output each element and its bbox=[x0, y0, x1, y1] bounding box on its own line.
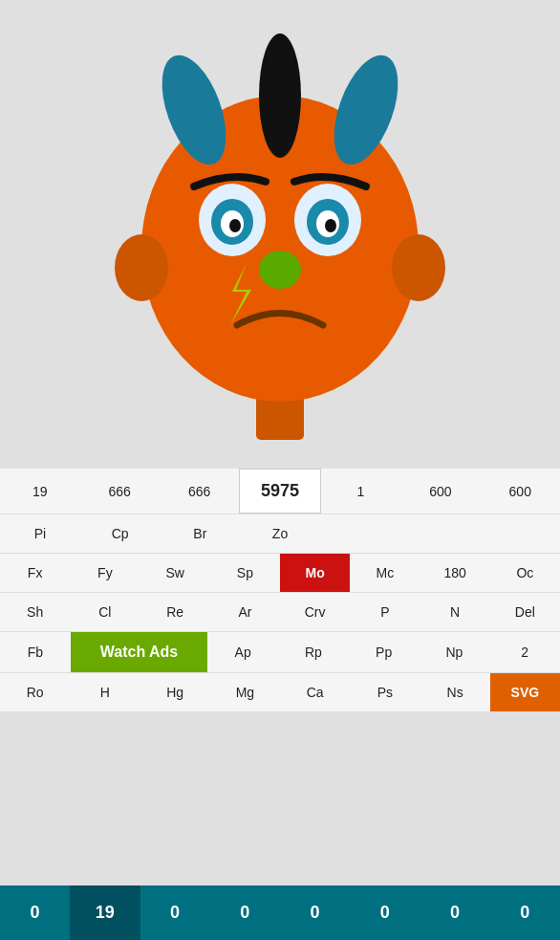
cell-p[interactable]: P bbox=[350, 593, 420, 631]
svg-point-12 bbox=[229, 219, 241, 232]
svg-point-14 bbox=[325, 219, 336, 232]
watch-ads-button[interactable]: Watch Ads bbox=[71, 632, 208, 672]
score-cell-5975[interactable]: 5975 bbox=[239, 469, 320, 514]
row-fb: Fb Watch Ads Ap Rp Pp Np 2 bbox=[0, 632, 560, 673]
bottom-cell-0c[interactable]: 0 bbox=[210, 885, 280, 940]
cell-n[interactable]: N bbox=[420, 593, 490, 631]
score-cell-600a[interactable]: 600 bbox=[400, 472, 480, 511]
cell-mg[interactable]: Mg bbox=[210, 673, 280, 711]
cell-hg[interactable]: Hg bbox=[140, 673, 210, 711]
cell-svg[interactable]: SVG bbox=[490, 673, 560, 711]
cell-mo[interactable]: Mo bbox=[280, 554, 350, 592]
scores-row: 19 666 666 5975 1 600 600 bbox=[0, 469, 560, 514]
row-fx: Fx Fy Sw Sp Mo Mc 180 Oc bbox=[0, 554, 560, 593]
row-sh: Sh Cl Re Ar Crv P N Del bbox=[0, 593, 560, 632]
cell-del[interactable]: Del bbox=[490, 593, 560, 631]
bottom-row: 0 19 0 0 0 0 0 0 bbox=[0, 885, 560, 940]
cell-br[interactable]: Br bbox=[160, 514, 240, 553]
cell-mc[interactable]: Mc bbox=[350, 554, 420, 592]
cell-re[interactable]: Re bbox=[140, 593, 210, 631]
cell-sh[interactable]: Sh bbox=[0, 593, 70, 631]
svg-point-2 bbox=[115, 234, 168, 301]
cell-oc[interactable]: Oc bbox=[490, 554, 560, 592]
svg-point-15 bbox=[259, 251, 301, 289]
cell-cl[interactable]: Cl bbox=[70, 593, 140, 631]
row-ro: Ro H Hg Mg Ca Ps Ns SVG bbox=[0, 673, 560, 712]
cell-ap[interactable]: Ap bbox=[207, 633, 278, 671]
cell-fy[interactable]: Fy bbox=[70, 554, 140, 592]
cell-pp[interactable]: Pp bbox=[349, 633, 420, 671]
cell-np[interactable]: Np bbox=[420, 633, 490, 671]
character-area bbox=[0, 0, 560, 469]
cell-sw[interactable]: Sw bbox=[140, 554, 210, 592]
row-pi: Pi Cp Br Zo bbox=[0, 514, 560, 554]
cell-2[interactable]: 2 bbox=[489, 633, 560, 671]
svg-point-3 bbox=[392, 234, 445, 301]
bottom-cell-0d[interactable]: 0 bbox=[280, 885, 350, 940]
cell-ns[interactable]: Ns bbox=[420, 673, 490, 711]
score-cell-600b[interactable]: 600 bbox=[481, 472, 560, 511]
bottom-cell-0f[interactable]: 0 bbox=[420, 885, 490, 940]
score-cell-666a[interactable]: 666 bbox=[79, 472, 159, 511]
grid-area: 19 666 666 5975 1 600 600 Pi Cp Br Zo Fx… bbox=[0, 469, 560, 712]
bottom-cell-0g[interactable]: 0 bbox=[490, 885, 560, 940]
cell-ps[interactable]: Ps bbox=[350, 673, 420, 711]
bottom-cell-19[interactable]: 19 bbox=[70, 885, 140, 940]
cell-rp[interactable]: Rp bbox=[278, 633, 349, 671]
cell-empty3 bbox=[480, 522, 560, 545]
cell-ca[interactable]: Ca bbox=[280, 673, 350, 711]
bottom-cell-0e[interactable]: 0 bbox=[350, 885, 420, 940]
cell-cp[interactable]: Cp bbox=[80, 514, 161, 553]
cell-h[interactable]: H bbox=[70, 673, 140, 711]
cell-zo[interactable]: Zo bbox=[240, 514, 320, 553]
cell-180[interactable]: 180 bbox=[420, 554, 490, 592]
score-cell-19[interactable]: 19 bbox=[0, 472, 79, 511]
cell-fx[interactable]: Fx bbox=[0, 554, 70, 592]
bottom-cell-0b[interactable]: 0 bbox=[140, 885, 210, 940]
cell-ro[interactable]: Ro bbox=[0, 673, 70, 711]
svg-point-6 bbox=[259, 33, 301, 158]
cell-fb[interactable]: Fb bbox=[0, 633, 71, 671]
cell-crv[interactable]: Crv bbox=[280, 593, 350, 631]
cell-empty1 bbox=[320, 522, 400, 545]
cell-pi[interactable]: Pi bbox=[0, 514, 80, 553]
cell-ar[interactable]: Ar bbox=[210, 593, 280, 631]
devil-character bbox=[98, 10, 462, 459]
bottom-cell-0a[interactable]: 0 bbox=[0, 885, 70, 940]
cell-sp[interactable]: Sp bbox=[210, 554, 280, 592]
score-cell-666b[interactable]: 666 bbox=[160, 472, 239, 511]
cell-empty2 bbox=[400, 522, 481, 545]
score-cell-1[interactable]: 1 bbox=[321, 472, 400, 511]
